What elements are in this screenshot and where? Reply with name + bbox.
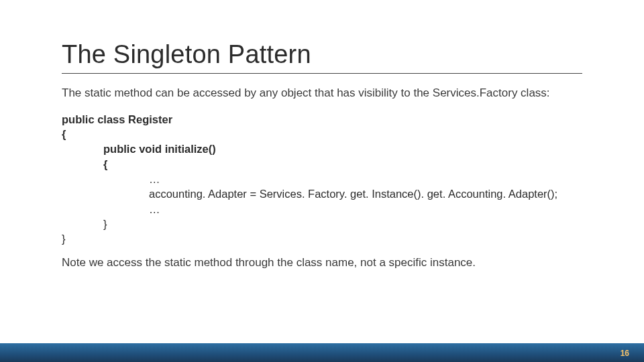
code-line: } [62, 231, 582, 246]
code-line: public class Register [62, 112, 582, 127]
note-text: Note we access the static method through… [62, 255, 582, 271]
page-number: 16 [621, 349, 629, 358]
code-line: { [62, 157, 582, 172]
code-line: accounting. Adapter = Services. Factory.… [62, 186, 582, 201]
code-line: … [62, 202, 582, 217]
code-line: public void initialize() [62, 141, 582, 156]
code-line: … [62, 172, 582, 186]
intro-text: The static method can be accessed by any… [62, 86, 582, 101]
slide: The Singleton Pattern The static method … [0, 0, 644, 362]
footer-bar: 16 [0, 343, 644, 362]
code-block: public class Register { public void init… [62, 112, 582, 246]
code-line: } [62, 217, 582, 231]
code-line: { [62, 127, 582, 141]
slide-title: The Singleton Pattern [62, 40, 582, 74]
